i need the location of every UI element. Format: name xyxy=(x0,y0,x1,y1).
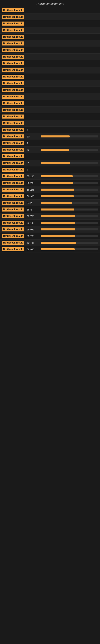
bar-fill xyxy=(41,242,76,244)
bottleneck-badge: Bottleneck result xyxy=(1,247,24,251)
bar-container xyxy=(41,162,99,164)
bottleneck-value: 58.9% xyxy=(27,248,39,251)
bar-fill xyxy=(41,215,75,217)
bottleneck-badge: Bottleneck result xyxy=(1,148,24,152)
list-item: Bottleneck result56.9% xyxy=(0,193,100,200)
list-item: Bottleneck result xyxy=(0,14,100,20)
list-item: Bottleneck result4 xyxy=(0,126,100,133)
bar-fill xyxy=(41,222,75,224)
bottleneck-badge: Bottleneck result xyxy=(1,161,24,165)
bottleneck-badge: Bottleneck result xyxy=(1,8,24,12)
bottleneck-value: 4 xyxy=(27,142,39,145)
bottleneck-badge: Bottleneck result xyxy=(1,88,24,92)
bottleneck-badge: Bottleneck result xyxy=(1,134,24,138)
bottleneck-value: 56.2% xyxy=(27,182,39,184)
bottleneck-value: 4 xyxy=(27,168,39,171)
bottleneck-badge: Bottleneck result xyxy=(1,121,24,125)
bar-container xyxy=(41,242,99,244)
bar-fill xyxy=(41,235,75,237)
bar-container xyxy=(41,149,99,151)
bottleneck-badge: Bottleneck result xyxy=(1,181,24,185)
bottleneck-badge: Bottleneck result xyxy=(1,101,24,105)
list-item: Bottleneck result60.7% xyxy=(0,240,100,246)
bottleneck-badge: Bottleneck result xyxy=(1,141,24,145)
bottleneck-badge: Bottleneck result xyxy=(1,15,24,19)
list-item: Bottleneck result58.9% xyxy=(0,246,100,253)
bottleneck-value: 59.9% xyxy=(27,228,39,231)
bottleneck-badge: Bottleneck result xyxy=(1,75,24,79)
bar-container xyxy=(41,195,99,197)
bar-fill xyxy=(41,195,73,197)
bottleneck-value: 49 xyxy=(27,148,39,151)
list-item: Bottleneck result49 xyxy=(0,146,100,153)
list-item: Bottleneck result xyxy=(0,94,100,100)
bar-fill xyxy=(41,188,74,190)
list-item: Bottleneck result59.7% xyxy=(0,213,100,220)
bottleneck-badge: Bottleneck result xyxy=(1,128,24,132)
bar-container xyxy=(41,208,99,210)
bar-fill xyxy=(41,228,75,230)
list-item: Bottleneck result58% xyxy=(0,206,100,213)
bottleneck-badge: Bottleneck result xyxy=(1,48,24,52)
bottleneck-value: 54.2 xyxy=(27,202,39,204)
bottleneck-badge: Bottleneck result xyxy=(1,168,24,172)
bar-container xyxy=(41,175,99,177)
bar-fill xyxy=(41,136,69,138)
list-item: Bottleneck result xyxy=(0,47,100,54)
site-title: TheBottlenecker.com xyxy=(0,0,100,7)
list-item: Bottleneck result xyxy=(0,7,100,14)
bottleneck-value: 56.9% xyxy=(27,195,39,198)
list-item: Bottleneck result50 xyxy=(0,133,100,140)
bottleneck-badge: Bottleneck result xyxy=(1,22,24,26)
list-item: Bottleneck result xyxy=(0,20,100,27)
bar-fill xyxy=(41,248,75,250)
bottleneck-badge: Bottleneck result xyxy=(1,42,24,46)
bottleneck-badge: Bottleneck result xyxy=(1,194,24,198)
bottleneck-value: 58.2% xyxy=(27,188,39,191)
bottleneck-badge: Bottleneck result xyxy=(1,108,24,112)
bar-fill xyxy=(41,149,69,151)
bottleneck-badge: Bottleneck result xyxy=(1,221,24,225)
bottleneck-badge: Bottleneck result xyxy=(1,208,24,212)
list-item: Bottleneck result xyxy=(0,100,100,107)
bottleneck-badge: Bottleneck result xyxy=(1,28,24,32)
list-item: Bottleneck result xyxy=(0,60,100,67)
bar-container xyxy=(41,222,99,224)
bar-container xyxy=(41,136,99,138)
bottleneck-badge: Bottleneck result xyxy=(1,94,24,98)
list-item: Bottleneck result xyxy=(0,54,100,60)
bottleneck-value: 60.7% xyxy=(27,241,39,244)
bottleneck-badge: Bottleneck result xyxy=(1,114,24,118)
bottleneck-badge: Bottleneck result xyxy=(1,68,24,72)
bar-fill xyxy=(41,182,73,184)
bottleneck-badge: Bottleneck result xyxy=(1,201,24,205)
bottleneck-badge: Bottleneck result xyxy=(1,228,24,232)
bottleneck-badge: Bottleneck result xyxy=(1,81,24,85)
bottleneck-badge: Bottleneck result xyxy=(1,35,24,39)
list-item: Bottleneck result xyxy=(0,113,100,120)
bar-fill xyxy=(41,208,74,210)
list-item: Bottleneck result54.2 xyxy=(0,200,100,206)
list-item: Bottleneck result xyxy=(0,40,100,47)
list-item: Bottleneck result xyxy=(0,153,100,160)
bar-fill xyxy=(41,202,72,204)
bottleneck-value: 50 xyxy=(27,135,39,138)
list-item: Bottleneck result51 xyxy=(0,160,100,166)
bottleneck-value: 59.7% xyxy=(27,215,39,218)
list-item: Bottleneck result59.1% xyxy=(0,220,100,226)
list-item: Bottleneck result4 xyxy=(0,166,100,173)
list-item: Bottleneck result58.2% xyxy=(0,186,100,193)
list-item: Bottleneck result60.2% xyxy=(0,233,100,240)
bottleneck-badge: Bottleneck result xyxy=(1,154,24,158)
bottleneck-badge: Bottleneck result xyxy=(1,174,24,178)
bottleneck-value: 51 xyxy=(27,162,39,164)
bottleneck-value: 55.2% xyxy=(27,175,39,178)
list-item: Bottleneck result xyxy=(0,27,100,34)
bar-container xyxy=(41,248,99,250)
list-item: Bottleneck result xyxy=(0,34,100,40)
list-item: Bottleneck result xyxy=(0,107,100,113)
bar-container xyxy=(41,215,99,217)
bottleneck-badge: Bottleneck result xyxy=(1,241,24,245)
list-item: Bottleneck result56.2% xyxy=(0,180,100,186)
list-item: Bottleneck result59.9% xyxy=(0,226,100,233)
